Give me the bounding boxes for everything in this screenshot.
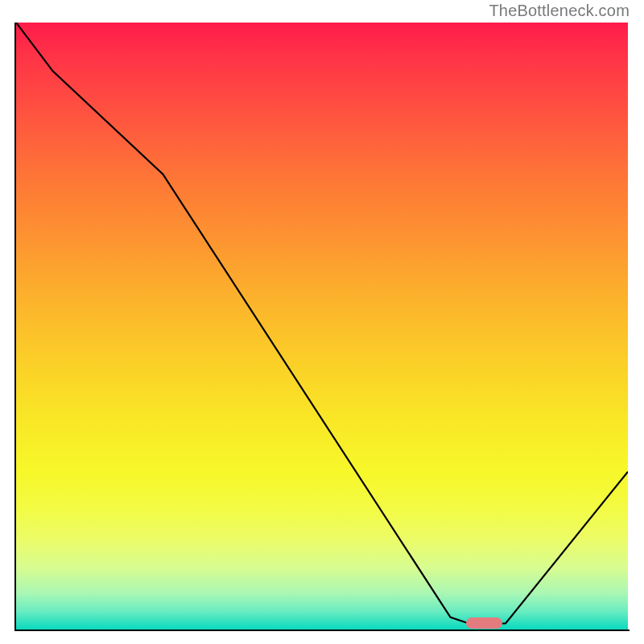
optimal-marker — [466, 617, 503, 629]
y-axis-line — [14, 23, 16, 631]
watermark-text: TheBottleneck.com — [489, 2, 630, 20]
x-axis-line — [14, 630, 630, 631]
chart-plot-area — [16, 23, 628, 630]
